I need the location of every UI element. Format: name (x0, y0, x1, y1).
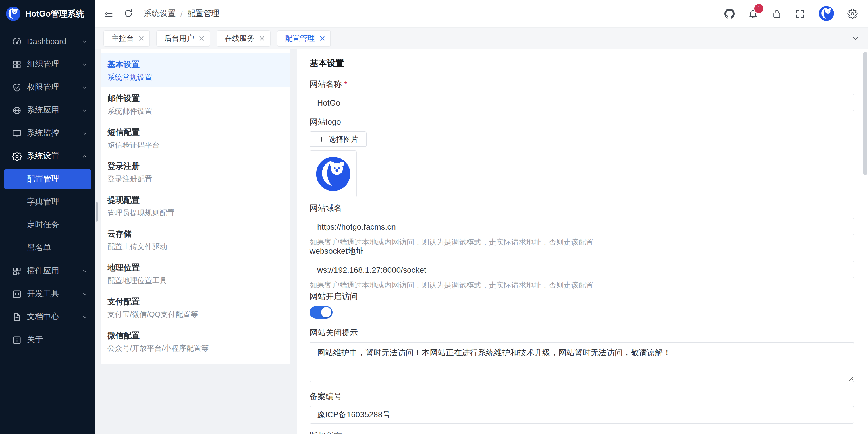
github-icon[interactable] (724, 8, 735, 19)
sidebar-item-plugins[interactable]: 插件应用 (0, 260, 95, 282)
fullscreen-icon[interactable] (795, 8, 805, 19)
websocket-help: 如果客户端通过本地或内网访问，则认为是调试模式，走实际请求地址，否则走该配置 (310, 281, 854, 289)
settings-nav-email[interactable]: 邮件设置 系统邮件设置 (100, 87, 290, 121)
content-area: 基本设置 系统常规设置 邮件设置 系统邮件设置 短信配置 短信验证码平台 登录注… (95, 49, 868, 434)
chevron-down-icon (82, 130, 88, 136)
chevron-down-icon (82, 291, 88, 297)
tab-online-service[interactable]: 在线服务 (217, 30, 271, 46)
tab-bar: 主控台 后台用户 在线服务 配置管理 (95, 28, 868, 49)
sidebar-item-system-monitor[interactable]: 系统监控 (0, 122, 95, 145)
org-grid-icon (12, 59, 22, 69)
icp-input[interactable] (310, 406, 854, 424)
tab-label: 主控台 (112, 33, 134, 43)
dev-tools-icon (12, 289, 22, 299)
settings-nav-sms[interactable]: 短信配置 短信验证码平台 (100, 121, 290, 155)
tab-label: 配置管理 (285, 33, 315, 43)
settings-nav-payment[interactable]: 支付配置 支付宝/微信/QQ支付配置等 (100, 291, 290, 324)
choose-image-button[interactable]: 选择图片 (310, 131, 367, 147)
sidebar: HotGo管理系统 Dashboard 组织管理 权限管理 系统应用 (0, 0, 95, 434)
copyright-label: 版权所有 (310, 431, 854, 434)
chevron-down-icon (82, 38, 88, 44)
tab-close-icon[interactable] (137, 34, 145, 42)
tab-label: 在线服务 (225, 33, 254, 43)
tab-admin-users[interactable]: 后台用户 (156, 30, 210, 46)
globe-icon (12, 105, 22, 115)
site-open-toggle[interactable] (310, 306, 333, 319)
sidebar-menu: Dashboard 组织管理 权限管理 系统应用 系统监控 (0, 28, 95, 434)
notification-bell-icon[interactable]: 1 (748, 8, 758, 19)
sidebar-item-system-apps[interactable]: 系统应用 (0, 99, 95, 122)
site-logo-preview[interactable] (310, 151, 357, 198)
user-avatar[interactable] (818, 6, 834, 21)
settings-nav-wechat[interactable]: 微信配置 公众号/开放平台/小程序配置等 (100, 324, 290, 358)
field-websocket: websocket地址 如果客户端通过本地或内网访问，则认为是调试模式，走实际请… (310, 246, 854, 289)
subitem-label: 配置管理 (27, 174, 59, 184)
settings-panel-scrollbar[interactable] (96, 202, 98, 222)
chevron-down-icon[interactable] (851, 34, 860, 43)
field-site-domain: 网站域名 如果客户端通过本地或内网访问，则认为是调试模式，走实际请求地址，否则走… (310, 203, 854, 246)
sidebar-item-permissions[interactable]: 权限管理 (0, 76, 95, 99)
hotgo-logo-image (315, 156, 351, 192)
close-tip-textarea[interactable]: 网站维护中，暂时无法访问！本网站正在进行系统维护和技术升级，网站暂时无法访问，敬… (310, 342, 854, 382)
header-actions: 1 (724, 6, 858, 21)
sidebar-item-dashboard[interactable]: Dashboard (0, 30, 95, 53)
settings-nav-login[interactable]: 登录注册 登录注册配置 (100, 155, 290, 189)
refresh-icon[interactable] (124, 9, 133, 19)
websocket-input[interactable] (310, 261, 854, 278)
lock-icon[interactable] (772, 8, 782, 19)
settings-nav-cloud-storage[interactable]: 云存储 配置上传文件驱动 (100, 223, 290, 257)
menu-collapse-icon[interactable] (103, 8, 114, 19)
chevron-down-icon (82, 84, 88, 91)
tab-close-icon[interactable] (318, 34, 326, 42)
site-domain-input[interactable] (310, 218, 854, 235)
settings-nav-basic[interactable]: 基本设置 系统常规设置 (100, 54, 290, 87)
websocket-label: websocket地址 (310, 246, 854, 256)
chevron-down-icon (82, 61, 88, 67)
sidebar-subitem-config-management[interactable]: 配置管理 (0, 168, 95, 191)
monitor-icon (12, 128, 22, 138)
tab-label: 后台用户 (164, 33, 194, 43)
site-open-label: 网站开启访问 (310, 292, 854, 301)
settings-nav-withdraw[interactable]: 提现配置 管理员提现规则配置 (100, 189, 290, 223)
field-site-open: 网站开启访问 (310, 292, 854, 319)
settings-nav-geolocation[interactable]: 地理位置 配置地理位置工具 (100, 257, 290, 291)
sidebar-item-docs[interactable]: 文档中心 (0, 305, 95, 328)
tab-config-management[interactable]: 配置管理 (277, 30, 331, 46)
settings-gear-icon[interactable] (847, 8, 858, 19)
breadcrumb-current[interactable]: 配置管理 (187, 8, 219, 19)
sidebar-item-about[interactable]: 关于 (0, 328, 95, 351)
breadcrumb: 系统设置 / 配置管理 (144, 8, 219, 19)
tab-close-icon[interactable] (258, 34, 266, 42)
gear-icon (12, 151, 22, 161)
field-icp: 备案编号 (310, 392, 854, 424)
vertical-scrollbar[interactable] (863, 52, 867, 175)
chevron-up-icon (82, 153, 88, 159)
site-name-input[interactable] (310, 94, 854, 111)
breadcrumb-parent[interactable]: 系统设置 (144, 8, 176, 19)
main-area: 系统设置 / 配置管理 1 主控台 (95, 0, 868, 434)
site-logo-label: 网站logo (310, 117, 854, 127)
tab-console[interactable]: 主控台 (103, 30, 150, 46)
tab-close-icon[interactable] (197, 34, 206, 42)
sidebar-subitem-scheduled-tasks[interactable]: 定时任务 (0, 213, 95, 236)
sidebar-subitem-dictionary[interactable]: 字典管理 (0, 191, 95, 213)
chevron-down-icon (82, 268, 88, 274)
hotgo-logo-icon (6, 6, 21, 21)
app-logo[interactable]: HotGo管理系统 (0, 0, 95, 28)
field-site-name: 网站名称* (310, 79, 854, 111)
sidebar-item-dev-tools[interactable]: 开发工具 (0, 282, 95, 305)
site-name-label: 网站名称* (310, 79, 854, 89)
sidebar-subitem-blacklist[interactable]: 黑名单 (0, 236, 95, 260)
settings-nav-panel: 基本设置 系统常规设置 邮件设置 系统邮件设置 短信配置 短信验证码平台 登录注… (100, 49, 290, 364)
icp-label: 备案编号 (310, 392, 854, 401)
chevron-down-icon (82, 107, 88, 113)
app-title: HotGo管理系统 (25, 8, 84, 19)
sidebar-item-organization[interactable]: 组织管理 (0, 53, 95, 76)
shield-check-icon (12, 82, 22, 92)
required-asterisk: * (344, 79, 347, 89)
toggle-knob (321, 307, 332, 318)
breadcrumb-separator: / (180, 9, 183, 18)
app-root: HotGo管理系统 Dashboard 组织管理 权限管理 系统应用 (0, 0, 868, 434)
field-copyright: 版权所有 (310, 431, 854, 434)
sidebar-item-system-settings[interactable]: 系统设置 (0, 145, 95, 168)
